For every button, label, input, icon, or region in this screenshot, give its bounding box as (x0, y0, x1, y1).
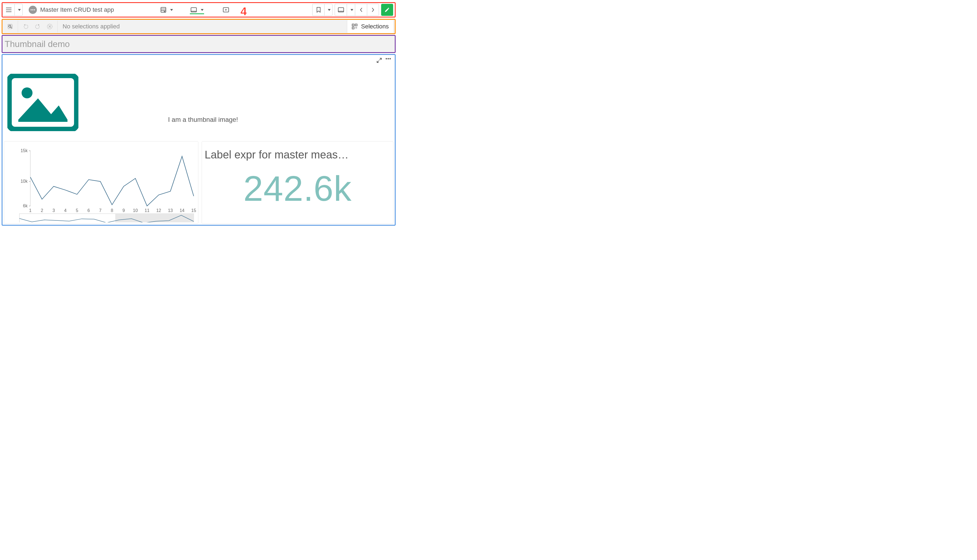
sheet-title: Thumbnail demo (5, 39, 70, 49)
center-tools (160, 5, 230, 15)
global-menu-group (2, 4, 23, 16)
step-forward-button[interactable] (32, 20, 44, 33)
selections-tool-label: Selections (361, 23, 389, 30)
svg-rect-37 (18, 120, 67, 122)
app-icon (29, 6, 37, 14)
story-button[interactable] (222, 5, 230, 14)
smart-search-button[interactable] (4, 20, 16, 33)
global-menu-button[interactable] (2, 4, 15, 16)
kpi-value: 242.6k (202, 168, 393, 209)
story-icon (223, 7, 229, 13)
chevron-left-icon (360, 7, 363, 12)
svg-point-30 (386, 58, 387, 60)
svg-text:15: 15 (191, 208, 196, 213)
kpi-object[interactable]: Label expr for master meas… 242.6k (202, 141, 393, 224)
svg-text:3: 3 (52, 208, 55, 213)
line-chart-object[interactable]: Sum(Expression1) 6k10k15k123456789101112… (4, 141, 198, 224)
thumbnail-caption: I am a thumbnail image! (168, 116, 238, 123)
sheet-icon (190, 7, 197, 13)
step-back-icon (23, 24, 29, 29)
edit-sheet-button[interactable] (381, 4, 393, 16)
context-menu-button[interactable] (385, 58, 391, 63)
svg-text:13: 13 (168, 208, 173, 213)
sheet-icon (338, 7, 344, 13)
svg-text:6k: 6k (23, 203, 28, 208)
bookmark-button[interactable] (312, 4, 324, 16)
svg-rect-26 (352, 27, 354, 29)
sheets-button[interactable] (190, 5, 204, 14)
ellipsis-icon (385, 58, 391, 60)
svg-point-3 (31, 9, 32, 10)
svg-line-18 (11, 27, 12, 28)
svg-text:14: 14 (180, 208, 184, 213)
svg-text:9: 9 (122, 208, 125, 213)
svg-text:6: 6 (87, 208, 90, 213)
svg-line-28 (380, 58, 382, 60)
svg-text:8: 8 (111, 208, 113, 213)
selections-bar: No selections applied Selections (2, 20, 395, 33)
svg-line-29 (377, 61, 379, 63)
right-tools (312, 4, 395, 16)
kpi-title: Label expr for master meas… (205, 148, 393, 161)
svg-text:2: 2 (41, 208, 43, 213)
no-selections-text: No selections applied (63, 23, 120, 30)
svg-point-35 (22, 87, 33, 98)
app-name: Master Item CRUD test app (40, 6, 114, 13)
svg-rect-24 (352, 24, 354, 26)
search-icon (7, 23, 13, 30)
thumbnail-image-icon (7, 74, 78, 131)
bookmark-dropdown[interactable] (324, 4, 332, 16)
sheet-body: I am a thumbnail image! Sum(Expression1)… (2, 55, 395, 225)
selections-tool-icon (352, 23, 358, 30)
next-sheet-button[interactable] (367, 4, 379, 16)
svg-text:10k: 10k (20, 179, 28, 183)
sheets-list-dropdown[interactable] (347, 4, 355, 16)
prev-sheet-button[interactable] (355, 4, 367, 16)
global-menu-dropdown[interactable] (15, 4, 23, 16)
svg-text:12: 12 (156, 208, 161, 213)
data-manager-button[interactable] (160, 5, 173, 15)
chevron-right-icon (371, 7, 375, 12)
svg-point-4 (32, 9, 33, 10)
fullscreen-button[interactable] (377, 58, 382, 63)
bookmark-icon (317, 7, 321, 13)
svg-rect-25 (355, 24, 357, 26)
bookmark-group (312, 4, 332, 16)
clear-selections-button[interactable] (44, 20, 56, 33)
svg-point-31 (388, 58, 389, 60)
step-back-button[interactable] (20, 20, 32, 33)
svg-text:5: 5 (76, 208, 78, 213)
svg-point-32 (390, 58, 391, 60)
pencil-icon (384, 7, 390, 13)
object-hover-tools (377, 58, 391, 63)
data-manager-icon (160, 7, 167, 13)
text-image-object[interactable]: I am a thumbnail image! (4, 56, 393, 138)
sheet-title-bar: Thumbnail demo (2, 36, 395, 52)
clear-icon (47, 23, 53, 30)
svg-point-5 (34, 9, 35, 10)
svg-rect-15 (388, 8, 389, 9)
expand-icon (377, 58, 382, 63)
top-toolbar: Master Item CRUD test app (2, 3, 395, 17)
sheets-list-button[interactable] (335, 4, 347, 16)
step-forward-icon (35, 24, 41, 29)
line-chart-svg: 6k10k15k123456789101112131415 (6, 143, 197, 222)
menu-icon (6, 7, 12, 12)
selections-tool-button[interactable]: Selections (347, 20, 393, 33)
svg-text:11: 11 (145, 208, 150, 213)
app-title: Master Item CRUD test app (29, 6, 114, 14)
svg-text:10: 10 (133, 208, 138, 213)
svg-marker-12 (225, 9, 227, 11)
svg-text:4: 4 (64, 208, 67, 213)
svg-text:7: 7 (99, 208, 102, 213)
sheets-nav-group (335, 4, 379, 16)
svg-point-17 (9, 25, 11, 27)
svg-rect-61 (115, 213, 194, 222)
svg-text:15k: 15k (20, 148, 28, 153)
svg-text:1: 1 (29, 208, 32, 213)
